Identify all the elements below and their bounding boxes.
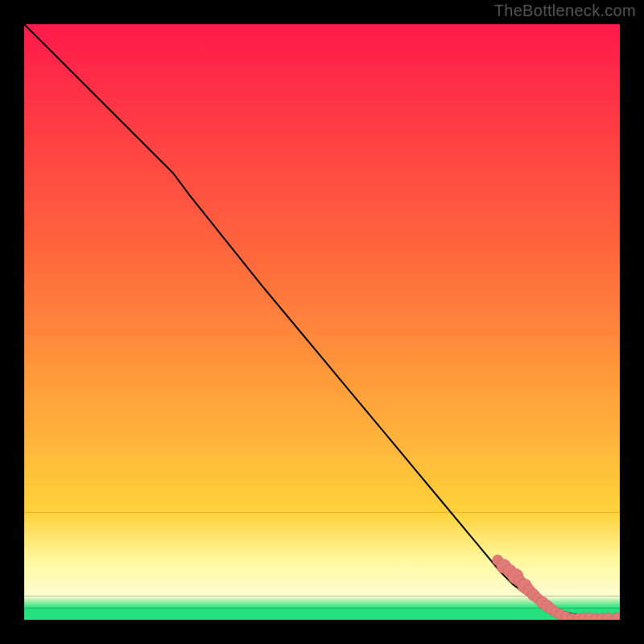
svg-rect-2 (24, 513, 620, 560)
svg-rect-5 (24, 608, 620, 620)
svg-rect-1 (24, 262, 620, 513)
svg-rect-0 (24, 24, 620, 262)
chart-frame: TheBottleneck.com (0, 0, 644, 644)
watermark-text: TheBottleneck.com (494, 2, 636, 20)
chart-plot-area (24, 24, 620, 620)
chart-svg (24, 24, 620, 620)
